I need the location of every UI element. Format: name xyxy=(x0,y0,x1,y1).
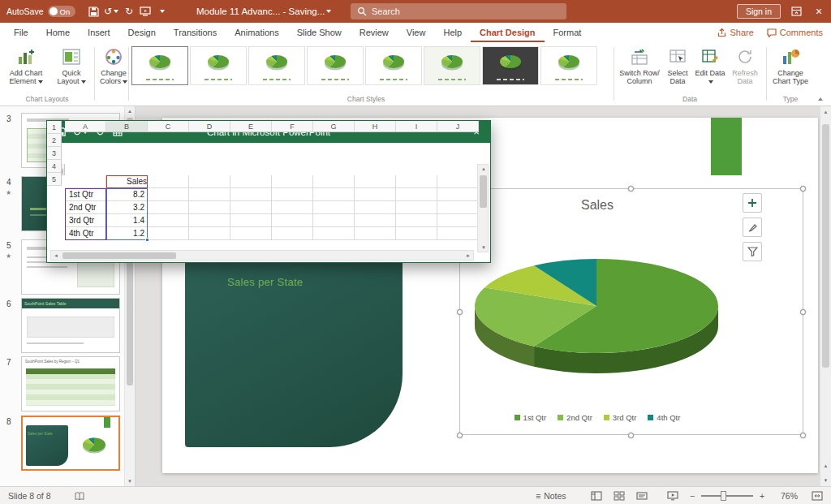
data-editor-vscrollbar[interactable]: ▲ ▼ xyxy=(477,164,489,252)
scroll-right-icon[interactable]: ► xyxy=(466,253,471,258)
row-header-1[interactable]: 1 xyxy=(47,121,62,134)
main-scrollbar[interactable]: ▲ ▲ ▼ xyxy=(820,106,831,486)
tab-view[interactable]: View xyxy=(398,23,435,42)
slide-thumbnail-selected[interactable]: Sales per State xyxy=(21,416,120,471)
tab-insert[interactable]: Insert xyxy=(79,23,119,42)
selection-handle[interactable] xyxy=(628,186,634,192)
collapse-ribbon-button[interactable] xyxy=(818,97,823,101)
document-title[interactable]: Module 11 Advanc... - Saving... xyxy=(196,0,331,23)
tab-home[interactable]: Home xyxy=(37,23,79,42)
zoom-percent[interactable]: 76% xyxy=(781,487,798,504)
chart-title[interactable]: Sales xyxy=(459,198,735,213)
scroll-down-icon[interactable]: ▼ xyxy=(125,479,135,484)
cell-b1[interactable]: Sales xyxy=(124,175,166,188)
close-button[interactable]: × xyxy=(812,3,826,19)
column-header-i[interactable]: I xyxy=(396,121,437,132)
zoom-thumb[interactable] xyxy=(721,491,726,501)
scroll-up-icon[interactable]: ▲ xyxy=(481,166,486,171)
cell-b3[interactable]: 3.2 xyxy=(106,201,148,214)
selection-handle[interactable] xyxy=(628,433,634,438)
chart-style-button[interactable] xyxy=(743,218,762,237)
selection-handle[interactable] xyxy=(457,309,463,315)
accessibility-button[interactable] xyxy=(75,487,84,504)
chart-style-thumb[interactable] xyxy=(365,46,422,85)
scroll-up-icon[interactable]: ▲ xyxy=(125,109,135,114)
autosave-switch[interactable]: On xyxy=(48,6,76,17)
column-header-a[interactable]: A xyxy=(65,121,106,132)
column-header-b[interactable]: B xyxy=(106,121,148,132)
zoom-out-button[interactable]: − xyxy=(690,487,695,504)
previous-slide-icon[interactable]: ▲ xyxy=(820,463,831,468)
scrollbar-thumb[interactable] xyxy=(62,252,176,259)
row-header-2[interactable]: 2 xyxy=(47,134,62,147)
slide-counter[interactable]: Slide 8 of 8 xyxy=(8,487,51,504)
ribbon-display-options-button[interactable] xyxy=(789,3,803,19)
cell-a5[interactable]: 4th Qtr xyxy=(67,227,108,240)
chart-elements-button[interactable] xyxy=(743,193,762,213)
column-header-j[interactable]: J xyxy=(437,121,479,132)
cell-a2[interactable]: 1st Qtr xyxy=(67,188,108,201)
selection-handle[interactable] xyxy=(800,186,806,192)
column-header-c[interactable]: C xyxy=(148,121,189,132)
selection-handle[interactable] xyxy=(457,433,463,438)
cell-a3[interactable]: 2nd Qtr xyxy=(67,201,108,214)
save-button[interactable] xyxy=(86,3,101,19)
tab-design[interactable]: Design xyxy=(119,23,165,42)
normal-view-button[interactable] xyxy=(591,487,602,504)
chart-data-editor-window[interactable]: ↺ ↻ Chart in Microsoft PowerPoint × A B … xyxy=(46,120,491,263)
share-button[interactable]: Share xyxy=(717,28,753,37)
row-header-4[interactable]: 4 xyxy=(47,160,62,173)
autosave-toggle[interactable]: AutoSave On xyxy=(6,0,75,23)
select-data-button[interactable]: Select Data xyxy=(662,45,693,95)
tab-file[interactable]: File xyxy=(5,23,37,42)
scroll-down-icon[interactable]: ▼ xyxy=(481,245,486,250)
slide-item-8[interactable]: 8 Sales per State xyxy=(0,416,123,472)
scrollbar-thumb[interactable] xyxy=(480,175,487,208)
refresh-data-button[interactable]: Refresh Data xyxy=(727,45,763,95)
column-header-d[interactable]: D xyxy=(189,121,230,132)
slide-sorter-view-button[interactable] xyxy=(614,487,625,504)
cell-b2[interactable]: 8.2 xyxy=(106,188,148,201)
cell-b4[interactable]: 1.4 xyxy=(106,214,148,227)
cell-a4[interactable]: 3rd Qtr xyxy=(67,214,108,227)
slide-thumbnail[interactable]: SouthPoint Sales Table xyxy=(21,298,120,353)
scroll-left-icon[interactable]: ◄ xyxy=(54,253,58,258)
zoom-in-button[interactable]: + xyxy=(760,487,764,504)
tab-slide-show[interactable]: Slide Show xyxy=(288,23,351,42)
switch-row-column-button[interactable]: Switch Row/ Column xyxy=(618,45,661,95)
tab-animations[interactable]: Animations xyxy=(226,23,287,42)
row-header-3[interactable]: 3 xyxy=(47,147,62,160)
notes-button[interactable]: ≡Notes xyxy=(536,487,566,504)
tab-transitions[interactable]: Transitions xyxy=(165,23,226,42)
change-chart-type-button[interactable]: Change Chart Type xyxy=(769,45,812,95)
chart-legend[interactable]: 1st Qtr 2nd Qtr 3rd Qtr 4th Qtr xyxy=(459,413,735,422)
tab-review[interactable]: Review xyxy=(351,23,398,42)
chart-filter-button[interactable] xyxy=(743,242,762,261)
next-slide-icon[interactable]: ▼ xyxy=(820,478,831,483)
tab-format[interactable]: Format xyxy=(545,23,591,42)
chart-style-thumb[interactable] xyxy=(190,46,247,85)
zoom-track[interactable] xyxy=(701,495,753,497)
undo-button[interactable]: ↺ xyxy=(102,3,120,19)
chart-style-thumb[interactable] xyxy=(248,46,305,85)
quick-layout-button[interactable]: Quick Layout xyxy=(50,45,93,95)
qat-customize-button[interactable] xyxy=(154,3,169,19)
slide-item-7[interactable]: 7 SouthPoint Sales by Region – Q1 xyxy=(0,356,123,413)
slide-thumbnail[interactable]: SouthPoint Sales by Region – Q1 xyxy=(21,356,120,411)
column-header-e[interactable]: E xyxy=(230,121,272,132)
redo-button[interactable]: ↻ xyxy=(122,3,136,19)
selection-handle[interactable] xyxy=(800,309,806,315)
chart-style-thumb[interactable] xyxy=(131,46,188,85)
slideshow-view-button[interactable] xyxy=(667,487,678,504)
tab-help[interactable]: Help xyxy=(434,23,471,42)
chart-style-thumb[interactable] xyxy=(424,46,480,85)
selection-handle[interactable] xyxy=(800,433,806,438)
scrollbar-thumb[interactable] xyxy=(822,124,829,368)
column-header-g[interactable]: G xyxy=(313,121,355,132)
search-box[interactable] xyxy=(351,3,566,19)
tab-chart-design[interactable]: Chart Design xyxy=(471,23,544,42)
pie-chart-svg[interactable] xyxy=(463,248,730,394)
column-header-h[interactable]: H xyxy=(355,121,396,132)
search-input[interactable] xyxy=(372,6,534,16)
sign-in-button[interactable]: Sign in xyxy=(737,4,781,19)
